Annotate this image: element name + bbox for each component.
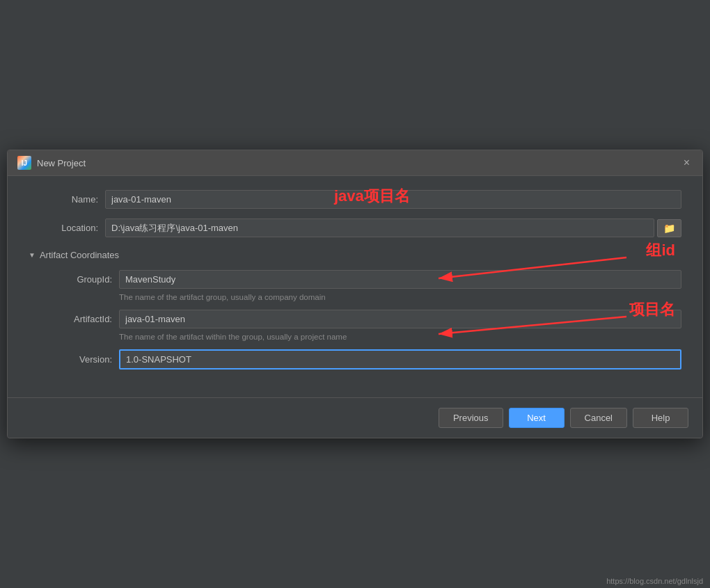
location-label: Location: bbox=[29, 223, 98, 233]
app-icon: IJ bbox=[17, 156, 31, 170]
location-input-group: 📁 bbox=[105, 218, 681, 237]
dialog-footer: Previous Next Cancel Help bbox=[8, 397, 702, 438]
previous-button[interactable]: Previous bbox=[439, 408, 503, 428]
cancel-button[interactable]: Cancel bbox=[570, 408, 627, 428]
help-button[interactable]: Help bbox=[633, 408, 688, 428]
location-row: Location: 📁 bbox=[29, 218, 681, 237]
csdn-url: https://blog.csdn.net/gdlnlsjd bbox=[606, 577, 703, 585]
dialog-title: New Project bbox=[37, 158, 86, 168]
title-bar: IJ New Project × bbox=[8, 150, 702, 176]
name-input[interactable] bbox=[105, 190, 681, 209]
next-button[interactable]: Next bbox=[509, 408, 565, 428]
artifactid-row: ArtifactId: bbox=[42, 310, 681, 328]
artifact-section-content: GroupId: The name of the artifact group,… bbox=[29, 270, 681, 370]
groupid-row: GroupId: bbox=[42, 270, 681, 289]
close-button[interactable]: × bbox=[681, 156, 693, 170]
name-label: Name: bbox=[29, 194, 98, 205]
groupid-input[interactable] bbox=[119, 270, 681, 289]
artifactid-hint: The name of the artifact within the grou… bbox=[42, 333, 681, 341]
new-project-dialog: IJ New Project × Name: Location: 📁 bbox=[7, 150, 703, 438]
location-input[interactable] bbox=[105, 218, 654, 237]
version-input[interactable] bbox=[119, 349, 681, 370]
version-label: Version: bbox=[42, 354, 112, 365]
browse-button[interactable]: 📁 bbox=[657, 219, 681, 237]
name-row: Name: bbox=[29, 190, 681, 209]
groupid-hint: The name of the artifact group, usually … bbox=[42, 293, 681, 301]
dialog-body: Name: Location: 📁 ▼ Artifact Coordinates bbox=[8, 176, 702, 383]
groupid-label: GroupId: bbox=[42, 274, 112, 285]
artifactid-input[interactable] bbox=[119, 310, 681, 328]
artifactid-label: ArtifactId: bbox=[42, 314, 112, 324]
collapse-icon[interactable]: ▼ bbox=[29, 251, 36, 259]
artifact-section-header: ▼ Artifact Coordinates bbox=[29, 250, 681, 260]
version-row: Version: bbox=[42, 349, 681, 370]
section-label: Artifact Coordinates bbox=[40, 250, 119, 260]
title-bar-left: IJ New Project bbox=[17, 156, 86, 170]
